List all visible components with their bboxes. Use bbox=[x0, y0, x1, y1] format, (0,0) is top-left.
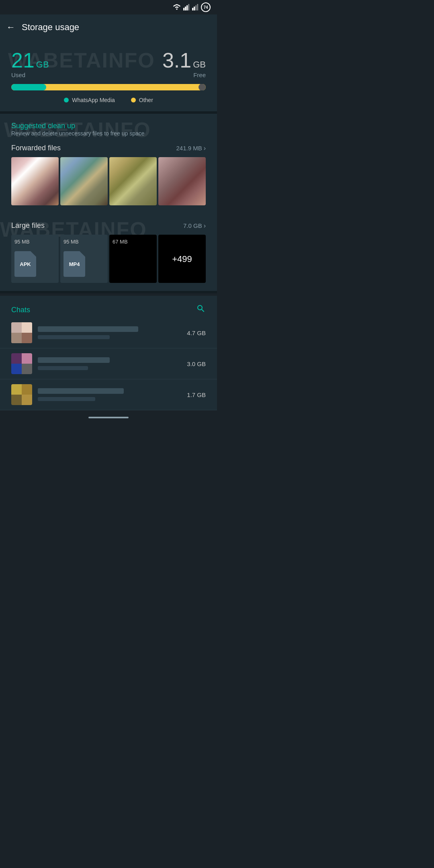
large-files-section: WABETAINFO Large files 7.0 GB › 95 MB AP… bbox=[0, 213, 217, 291]
wifi-icon bbox=[173, 4, 181, 10]
chat-size-3: 1.7 GB bbox=[187, 391, 206, 398]
page-title: Storage usage bbox=[22, 22, 79, 33]
other-label: Other bbox=[139, 97, 153, 103]
av-cell bbox=[22, 353, 32, 364]
status-bar: 74 bbox=[0, 0, 217, 14]
av-cell bbox=[22, 384, 32, 395]
chat-sub-bar-2 bbox=[38, 366, 88, 370]
battery-indicator: 74 bbox=[201, 2, 211, 12]
more-count: +499 bbox=[162, 254, 203, 264]
av-cell bbox=[22, 322, 32, 333]
av-cell bbox=[11, 384, 22, 395]
svg-rect-4 bbox=[192, 8, 193, 10]
search-icon bbox=[196, 304, 206, 313]
chat-sub-bar-1 bbox=[38, 335, 110, 339]
forwarded-chevron: › bbox=[204, 145, 206, 152]
other-dot bbox=[131, 98, 136, 102]
used-section: 21 GB Used bbox=[11, 50, 49, 78]
cleanup-title: Suggested clean up bbox=[11, 122, 75, 130]
chat-sub-bar-3 bbox=[38, 397, 95, 401]
chat-name-bar-2 bbox=[38, 357, 110, 363]
used-unit: GB bbox=[36, 59, 49, 70]
av-cell bbox=[11, 364, 22, 374]
file-tile-67[interactable]: 67 MB bbox=[109, 235, 157, 283]
free-unit: GB bbox=[193, 59, 206, 70]
chat-list-item-1[interactable]: 4.7 GB bbox=[0, 317, 217, 348]
thumb-1[interactable] bbox=[11, 157, 59, 205]
large-files-title: Large files bbox=[11, 221, 45, 230]
av-cell bbox=[11, 322, 22, 333]
signal2-icon bbox=[192, 4, 199, 10]
chat-info-1 bbox=[38, 326, 181, 339]
chats-title: Chats bbox=[11, 306, 30, 314]
chat-list-item-3[interactable]: 1.7 GB bbox=[0, 379, 217, 410]
svg-rect-7 bbox=[197, 4, 198, 10]
bottom-nav bbox=[0, 410, 217, 425]
watermark-2: WABETAINFO bbox=[4, 118, 151, 142]
whatsapp-label: WhatsApp Media bbox=[72, 97, 115, 103]
thumb-4[interactable] bbox=[158, 157, 206, 205]
svg-rect-0 bbox=[183, 8, 184, 10]
apk-size: 95 MB bbox=[14, 239, 30, 245]
chat-name-bar-1 bbox=[38, 326, 138, 332]
storage-legend: WhatsApp Media Other bbox=[11, 97, 206, 103]
battery-level: 74 bbox=[203, 5, 208, 10]
back-button[interactable]: ← bbox=[6, 22, 15, 33]
forwarded-files-header[interactable]: Forwarded files 241.9 MB › bbox=[11, 144, 206, 152]
mp4-size: 95 MB bbox=[63, 239, 79, 245]
storage-card: WABETAINFO 21 GB Used 3.1 GB Free WhatsA… bbox=[0, 40, 217, 111]
av-cell bbox=[11, 353, 22, 364]
legend-other: Other bbox=[131, 97, 153, 103]
forwarded-title: Forwarded files bbox=[11, 144, 61, 152]
used-amount: 21 bbox=[11, 50, 35, 71]
whatsapp-dot bbox=[64, 98, 69, 102]
chat-avatar-2 bbox=[11, 353, 32, 374]
svg-rect-5 bbox=[194, 6, 195, 10]
cleanup-section: WABETAINFO Suggested clean up Review and… bbox=[0, 114, 217, 213]
large-files-grid: 95 MB APK 95 MB MP4 67 MB +499 bbox=[11, 235, 206, 283]
file-tile-apk[interactable]: 95 MB APK bbox=[11, 235, 59, 283]
chat-name-bar-3 bbox=[38, 388, 124, 394]
chat-avatar-1 bbox=[11, 322, 32, 343]
chat-list-item-2[interactable]: 3.0 GB bbox=[0, 348, 217, 379]
av-cell bbox=[11, 333, 22, 343]
av-cell bbox=[11, 395, 22, 405]
chat-size-2: 3.0 GB bbox=[187, 360, 206, 367]
svg-rect-2 bbox=[186, 5, 188, 10]
legend-whatsapp: WhatsApp Media bbox=[64, 97, 115, 103]
cleanup-subtitle: Review and delete unnecessary files to f… bbox=[11, 130, 206, 137]
section-gap-2 bbox=[0, 291, 217, 293]
home-indicator[interactable] bbox=[88, 417, 129, 418]
file-tile-more[interactable]: +499 bbox=[158, 235, 206, 283]
thumb-3[interactable] bbox=[109, 157, 157, 205]
progress-end bbox=[199, 84, 206, 90]
av-cell bbox=[22, 364, 32, 374]
large-files-chevron: › bbox=[204, 222, 206, 229]
used-progress bbox=[11, 84, 46, 90]
mp4-icon: MP4 bbox=[63, 251, 85, 277]
used-label: Used bbox=[11, 72, 49, 78]
av-cell bbox=[22, 333, 32, 343]
large-files-header[interactable]: Large files 7.0 GB › bbox=[11, 221, 206, 230]
svg-rect-1 bbox=[185, 6, 186, 10]
storage-numbers: 21 GB Used 3.1 GB Free bbox=[11, 50, 206, 78]
free-label: Free bbox=[193, 72, 206, 78]
chats-header: Chats bbox=[0, 304, 217, 316]
file-67-size: 67 MB bbox=[113, 239, 128, 245]
free-amount: 3.1 bbox=[162, 50, 191, 71]
file-tile-mp4[interactable]: 95 MB MP4 bbox=[60, 235, 108, 283]
free-section: 3.1 GB Free bbox=[162, 50, 206, 78]
chats-search-button[interactable] bbox=[196, 304, 206, 316]
storage-progress-bar bbox=[11, 84, 206, 90]
chat-size-1: 4.7 GB bbox=[187, 330, 206, 336]
chat-info-3 bbox=[38, 388, 181, 401]
thumb-2[interactable] bbox=[60, 157, 108, 205]
chats-section: Chats 4.7 GB bbox=[0, 296, 217, 410]
forwarded-thumbnails[interactable] bbox=[11, 157, 206, 205]
chat-avatar-3 bbox=[11, 384, 32, 405]
app-bar: ← Storage usage bbox=[0, 14, 217, 40]
large-files-size: 7.0 GB › bbox=[183, 222, 206, 229]
svg-rect-6 bbox=[195, 5, 197, 10]
forwarded-size: 241.9 MB › bbox=[176, 145, 206, 152]
apk-icon: APK bbox=[14, 251, 36, 277]
